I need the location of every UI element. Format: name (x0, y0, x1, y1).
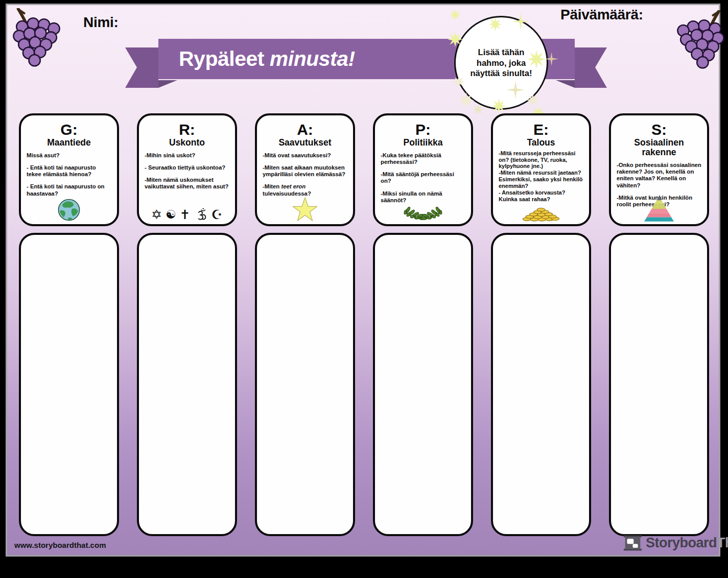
column-letter: G: (26, 122, 112, 138)
column-title: Talous (498, 138, 584, 148)
om-icon (194, 208, 208, 222)
column-religion: R: Uskonto -Mihin sinä uskot? - Seuraatk… (137, 113, 237, 536)
column-title: Politiikka (380, 138, 466, 148)
column-header-box: R: Uskonto -Mihin sinä uskot? - Seuraatk… (137, 113, 237, 226)
question: Missä asut? (27, 152, 111, 159)
coins-icon (522, 207, 560, 222)
writing-box[interactable] (137, 233, 237, 536)
column-social-structure: S: Sosiaalinen rakenne -Onko perheessäsi… (609, 113, 709, 536)
writing-box[interactable] (19, 233, 119, 536)
laurel-wreath-icon (399, 206, 447, 222)
question: - Seuraatko tiettyä uskontoa? (145, 164, 229, 171)
sparkle-icon (506, 81, 525, 99)
grapes-icon (12, 8, 62, 68)
question: - Entä koti tai naapurusto tekee elämäst… (27, 164, 111, 178)
question: -Miten nämä resurssit jaetaan? Esimerkik… (499, 170, 583, 189)
question: -Mitä sääntöjä perheessäsi on? (381, 171, 465, 184)
column-letter: A: (262, 122, 348, 138)
question: -Mihin sinä uskot? (145, 152, 229, 159)
name-label: Nimi: (83, 14, 119, 31)
column-politics: P: Politiikka -Kuka tekee päätöksiä perh… (373, 113, 473, 536)
writing-box[interactable] (255, 233, 355, 536)
column-achievements: A: Saavutukset -Mitä ovat saavutuksesi? … (255, 113, 355, 536)
sparkle-icon (545, 52, 558, 66)
question: -Miksi sinulla on nämä säännöt? (381, 190, 465, 204)
character-prompt-text: Lisää tähän hahmo, joka näyttää sinulta! (467, 47, 535, 79)
column-geography: G: Maantiede Missä asut? - Entä koti tai… (19, 113, 119, 536)
grapes-icon (675, 10, 725, 70)
sparkle-icon (526, 93, 539, 107)
storyboard-frames-icon (623, 534, 642, 552)
column-header-box: G: Maantiede Missä asut? - Entä koti tai… (19, 113, 119, 226)
question: -Mitä ovat saavutuksesi? (263, 152, 347, 159)
question: -Miten saat aikaan muutoksen ympärilläsi… (263, 164, 347, 178)
sparkle-icon (527, 50, 546, 68)
logo-text-primary: Storyboard (646, 535, 717, 550)
column-header-box: A: Saavutukset -Mitä ovat saavutuksesi? … (255, 113, 355, 226)
question: -Kuka tekee päätöksiä perheessäsi? (381, 152, 465, 165)
writing-box[interactable] (609, 233, 709, 536)
date-label: Päivämäärä: (560, 7, 643, 23)
column-letter: E: (498, 122, 584, 138)
column-letter: R: (144, 122, 230, 138)
footer-url: www.storyboardthat.com (14, 541, 106, 549)
star-icon (292, 197, 318, 222)
yin-yang-icon: ☯ (166, 209, 176, 221)
column-letter: P: (380, 122, 466, 138)
sparkle-icon (488, 17, 502, 31)
sparkle-icon (491, 99, 506, 113)
question: - Ansaitsetko korvausta? Kuinka saat rah… (499, 189, 583, 203)
sparkle-icon (448, 32, 463, 47)
question: -Mitä resursseja perheessäsi on? (tietok… (499, 150, 583, 170)
star-of-david-icon: ✡ (151, 208, 162, 221)
column-header-box: E: Talous -Mitä resursseja perheessäsi o… (491, 113, 591, 226)
religion-symbols-icon: ✡ ☯ ✝ ☪ (139, 208, 235, 222)
cross-icon: ✝ (180, 208, 191, 221)
column-header-box: P: Politiikka -Kuka tekee päätöksiä perh… (373, 113, 473, 226)
globe-icon (57, 198, 81, 222)
page-title: Rypäleet minusta! (179, 39, 355, 79)
question: -Onko perheessäsi sosiaalinen rakenne? J… (617, 162, 701, 189)
question: -Miten teet eron tulevaisuudessa? (263, 183, 347, 197)
pyramid-icon (644, 196, 674, 222)
column-letter: S: (616, 122, 702, 138)
writing-box[interactable] (491, 233, 591, 536)
column-title: Maantiede (26, 138, 112, 148)
sparkle-icon (453, 76, 465, 88)
writing-box[interactable] (373, 233, 473, 536)
logo-text-secondary: That (717, 535, 728, 550)
column-title: Saavutukset (262, 138, 348, 148)
question: - Entä koti tai naapurusto on haastavaa? (27, 183, 111, 197)
sparkle-icon (512, 13, 529, 30)
grapes-columns: G: Maantiede Missä asut? - Entä koti tai… (19, 113, 709, 536)
column-economy: E: Talous -Mitä resursseja perheessäsi o… (491, 113, 591, 536)
question: -Miten nämä uskomukset vaikuttavat siihe… (145, 177, 229, 190)
star-and-crescent-icon: ☪ (212, 208, 223, 221)
storyboardthat-logo: StoryboardThat (623, 534, 728, 552)
sparkle-icon (450, 9, 461, 20)
column-header-box: S: Sosiaalinen rakenne -Onko perheessäsi… (609, 113, 709, 226)
column-title: Sosiaalinen rakenne (616, 138, 702, 158)
worksheet-page: Rypäleet minusta! Lisää tähän hahmo, jok… (0, 0, 728, 578)
column-title: Uskonto (144, 138, 230, 148)
